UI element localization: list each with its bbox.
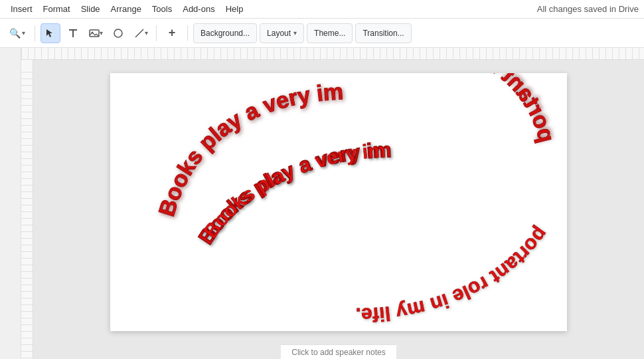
svg-text:portant role in my life.: portant role in my life. — [351, 73, 560, 145]
line-tool-btn[interactable]: ▾ — [131, 23, 151, 43]
toolbar-divider-1 — [35, 25, 35, 41]
menu-bar: Insert Format Slide Arrange Tools Add-on… — [0, 0, 644, 19]
menu-slide[interactable]: Slide — [76, 3, 106, 15]
menu-arrange[interactable]: Arrange — [106, 3, 147, 15]
zoom-icon: 🔍 — [9, 28, 21, 39]
svg-point-4 — [114, 29, 122, 37]
zoom-chevron: ▾ — [22, 29, 25, 37]
toolbar-divider-3 — [187, 25, 188, 41]
main-area: Books play a very im Books play a very i… — [0, 48, 644, 359]
menu-help[interactable]: Help — [220, 3, 249, 15]
slide-canvas-wrapper: Books play a very im Books play a very i… — [33, 60, 644, 344]
layout-label: Layout — [267, 29, 291, 38]
menu-addons[interactable]: Add-ons — [177, 3, 220, 15]
slide-canvas[interactable]: Books play a very im Books play a very i… — [110, 73, 567, 331]
editor-area: Books play a very im Books play a very i… — [21, 48, 644, 359]
line-chevron: ▾ — [145, 29, 148, 37]
ruler-vertical — [21, 60, 33, 359]
menu-format[interactable]: Format — [38, 3, 76, 15]
layout-chevron-icon: ▾ — [293, 29, 297, 37]
slide-text-area[interactable]: Books play a very im Books play a very i… — [110, 73, 567, 331]
background-button[interactable]: Background... — [193, 23, 257, 43]
transition-button[interactable]: Transition... — [355, 23, 411, 43]
line-icon — [134, 28, 145, 39]
image-icon — [89, 28, 100, 39]
zoom-control[interactable]: 🔍 ▾ — [5, 27, 29, 40]
svg-rect-0 — [69, 29, 77, 31]
plus-icon: + — [169, 26, 176, 40]
text-icon — [68, 28, 78, 39]
layout-button[interactable]: Layout ▾ — [260, 23, 304, 43]
shape-tool-btn[interactable] — [108, 23, 128, 43]
theme-button[interactable]: Theme... — [307, 23, 353, 43]
svg-text:Books play a very im: Books play a very im — [153, 78, 344, 219]
text-tool-btn[interactable] — [63, 23, 83, 43]
speaker-notes[interactable]: Click to add speaker notes — [281, 344, 396, 359]
ruler-horizontal — [21, 48, 644, 60]
toolbar: 🔍 ▾ ▾ ▾ + — [0, 19, 644, 48]
image-chevron: ▾ — [100, 29, 103, 37]
save-status: All changes saved in Drive — [537, 4, 639, 14]
ruler-v-ticks — [21, 72, 33, 359]
speaker-notes-placeholder: Click to add speaker notes — [291, 348, 385, 357]
insert-btn[interactable]: + — [162, 23, 182, 43]
toolbar-divider-2 — [156, 25, 157, 41]
slide-panel-ruler — [0, 48, 21, 359]
slide-editor[interactable]: Books play a very im Books play a very i… — [33, 60, 644, 359]
ruler-h-ticks — [21, 48, 644, 59]
svg-rect-1 — [72, 31, 74, 37]
cursor-tool-btn[interactable] — [40, 23, 60, 43]
cursor-icon — [45, 28, 56, 39]
editor-body: Books play a very im Books play a very i… — [21, 60, 644, 359]
menu-tools[interactable]: Tools — [147, 3, 177, 15]
slide-main-svg: .slide-text { font-family: Arial Black, … — [110, 73, 567, 331]
slide-panel — [0, 48, 21, 359]
svg-line-5 — [135, 29, 143, 37]
image-tool-btn[interactable]: ▾ — [86, 23, 106, 43]
menu-insert[interactable]: Insert — [5, 3, 38, 15]
shape-icon — [113, 28, 123, 39]
